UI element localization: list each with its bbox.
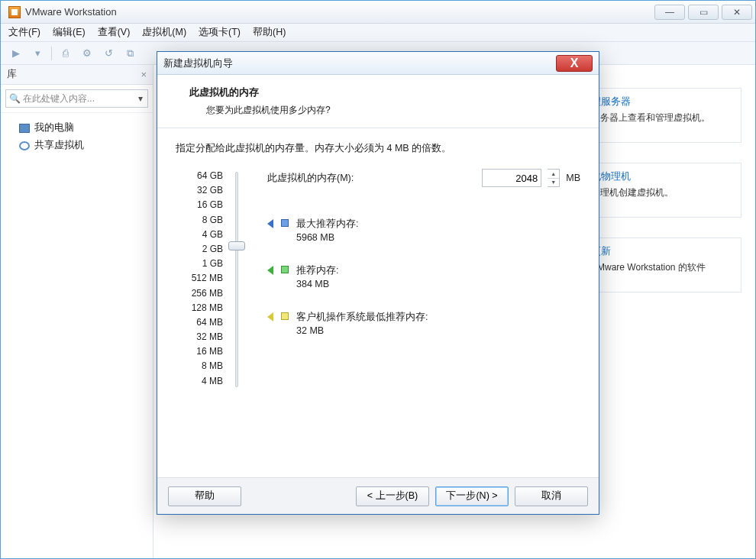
search-icon: 🔍 — [6, 93, 23, 104]
memory-tick-labels: 64 GB32 GB16 GB8 GB4 GB2 GB1 GB512 MB256… — [176, 169, 223, 389]
menu-help[interactable]: 帮助(H) — [253, 26, 286, 39]
dropdown-icon[interactable]: ▾ — [30, 46, 45, 61]
recommended-value: 384 MB — [296, 279, 338, 289]
memory-spinner[interactable]: ▲ ▼ — [548, 169, 560, 187]
sidebar-item-my-computer[interactable]: 我的电脑 — [5, 119, 148, 137]
sidebar-search-row: 🔍 在此处键入内容... ▾ — [1, 85, 153, 113]
memory-tick-label: 4 MB — [176, 374, 223, 389]
app-icon — [8, 6, 21, 18]
memory-tick-label: 16 GB — [176, 198, 223, 212]
cancel-button[interactable]: 取消 — [515, 486, 588, 506]
dialog-title: 新建虚拟机向导 — [163, 57, 233, 70]
dialog-close-button[interactable]: X — [556, 55, 593, 72]
app-title: VMware Workstation — [25, 6, 117, 18]
card-desc: 服务器上查看和管理虚拟机。 — [591, 111, 732, 124]
memory-tick-label: 128 MB — [176, 301, 223, 315]
marker-green-icon — [267, 266, 273, 275]
window-controls: — ▭ ✕ — [651, 5, 752, 20]
sidebar-close-icon[interactable]: × — [141, 69, 147, 80]
sidebar-item-label: 共享虚拟机 — [34, 139, 84, 152]
recommended-block: 推荐内存: 384 MB — [267, 264, 580, 289]
memory-tick-label: 64 MB — [176, 315, 223, 330]
max-recommended-label: 最大推荐内存: — [296, 218, 358, 231]
memory-tick-label: 1 GB — [176, 257, 223, 271]
dialog-header: 此虚拟机的内存 您要为此虚拟机使用多少内存? — [157, 75, 599, 128]
close-button[interactable]: ✕ — [722, 5, 752, 20]
toolbar-sep — [51, 47, 52, 60]
marker-yellow-icon — [267, 312, 273, 322]
memory-tick-label: 16 MB — [176, 344, 223, 359]
slider-track — [235, 172, 238, 387]
recommended-label: 推荐内存: — [296, 264, 338, 277]
manage-icon[interactable]: ⧉ — [122, 46, 137, 61]
sidebar-title: 库 — [7, 68, 17, 81]
spinner-up-icon[interactable]: ▲ — [548, 170, 559, 179]
memory-tick-label: 4 GB — [176, 228, 223, 242]
dialog-footer: 帮助 < 上一步(B) 下一步(N) > 取消 — [157, 477, 599, 514]
max-recommended-value: 5968 MB — [296, 232, 358, 243]
snapshot-icon[interactable]: ⎙ — [58, 46, 73, 61]
next-button[interactable]: 下一步(N) > — [435, 486, 509, 506]
square-yellow-icon — [281, 312, 289, 320]
card-virtualize-physical[interactable]: 化物理机 物理机创建虚拟机。 — [581, 163, 741, 218]
card-title: 更新 — [591, 244, 732, 258]
max-recommended-block: 最大推荐内存: 5968 MB — [267, 218, 580, 243]
settings-icon[interactable]: ⚙ — [79, 46, 95, 61]
memory-tick-label: 32 MB — [176, 330, 223, 344]
sidebar-header: 库 × — [1, 65, 153, 85]
marker-blue-icon — [267, 219, 273, 228]
memory-tick-label: 2 GB — [176, 242, 223, 257]
search-dropdown-icon[interactable]: ▾ — [134, 93, 147, 104]
memory-intro: 指定分配给此虚拟机的内存量。内存大小必须为 4 MB 的倍数。 — [176, 142, 580, 155]
search-placeholder: 在此处键入内容... — [23, 92, 134, 105]
menu-file[interactable]: 文件(F) — [8, 26, 40, 39]
share-icon — [19, 141, 30, 150]
memory-info: 此虚拟机的内存(M): ▲ ▼ MB 最大推荐内存: 5968 MB — [249, 169, 580, 357]
maximize-button[interactable]: ▭ — [688, 5, 719, 20]
sidebar-item-label: 我的电脑 — [34, 121, 74, 134]
computer-icon — [19, 124, 30, 133]
memory-row: 64 GB32 GB16 GB8 GB4 GB2 GB1 GB512 MB256… — [176, 169, 580, 390]
menu-edit[interactable]: 编辑(E) — [53, 26, 86, 39]
memory-label: 此虚拟机的内存(M): — [267, 172, 354, 185]
back-button[interactable]: < 上一步(B) — [356, 486, 429, 506]
memory-tick-label: 8 MB — [176, 359, 223, 373]
search-input[interactable]: 🔍 在此处键入内容... ▾ — [5, 89, 148, 108]
revert-icon[interactable]: ↺ — [101, 46, 116, 61]
menu-tabs[interactable]: 选项卡(T) — [199, 26, 241, 39]
square-blue-icon — [281, 219, 289, 227]
titlebar: VMware Workstation — ▭ ✕ — [1, 1, 755, 24]
dialog-heading: 此虚拟机的内存 — [189, 86, 582, 99]
memory-tick-label: 512 MB — [176, 271, 223, 286]
new-vm-wizard-dialog: 新建虚拟机向导 X 此虚拟机的内存 您要为此虚拟机使用多少内存? 指定分配给此虚… — [157, 51, 599, 515]
card-software-update[interactable]: 更新 VMware Workstation 的软件 — [581, 237, 741, 292]
min-recommended-value: 32 MB — [296, 325, 428, 336]
card-title: 化物理机 — [591, 170, 732, 183]
sidebar-item-shared-vms[interactable]: 共享虚拟机 — [5, 137, 148, 154]
card-desc: 物理机创建虚拟机。 — [591, 186, 732, 199]
memory-input-row: 此虚拟机的内存(M): ▲ ▼ MB — [267, 169, 580, 187]
minimize-button[interactable]: — — [654, 5, 685, 20]
card-remote-server[interactable]: 程服务器 服务器上查看和管理虚拟机。 — [581, 88, 741, 143]
menu-bar: 文件(F) 编辑(E) 查看(V) 虚拟机(M) 选项卡(T) 帮助(H) — [1, 24, 755, 42]
menu-view[interactable]: 查看(V) — [98, 26, 131, 39]
min-recommended-label: 客户机操作系统最低推荐内存: — [296, 311, 428, 324]
memory-tick-label: 8 GB — [176, 213, 223, 228]
sidebar: 库 × 🔍 在此处键入内容... ▾ 我的电脑 共享虚拟机 — [1, 65, 153, 558]
dialog-body: 指定分配给此虚拟机的内存量。内存大小必须为 4 MB 的倍数。 64 GB32 … — [157, 128, 599, 390]
card-title: 程服务器 — [591, 95, 732, 108]
card-desc: VMware Workstation 的软件 — [591, 261, 732, 274]
min-recommended-block: 客户机操作系统最低推荐内存: 32 MB — [267, 311, 580, 336]
help-button[interactable]: 帮助 — [168, 486, 241, 506]
memory-unit: MB — [566, 173, 580, 183]
memory-tick-label: 32 GB — [176, 183, 223, 198]
dialog-titlebar: 新建虚拟机向导 X — [157, 52, 599, 75]
menu-vm[interactable]: 虚拟机(M) — [142, 26, 186, 39]
memory-tick-label: 64 GB — [176, 169, 223, 183]
square-green-icon — [281, 266, 289, 273]
memory-input[interactable] — [482, 169, 541, 187]
slider-thumb[interactable] — [228, 241, 245, 250]
spinner-down-icon[interactable]: ▼ — [548, 179, 559, 187]
power-on-icon[interactable]: ▶ — [8, 46, 24, 61]
memory-slider[interactable] — [226, 169, 249, 390]
